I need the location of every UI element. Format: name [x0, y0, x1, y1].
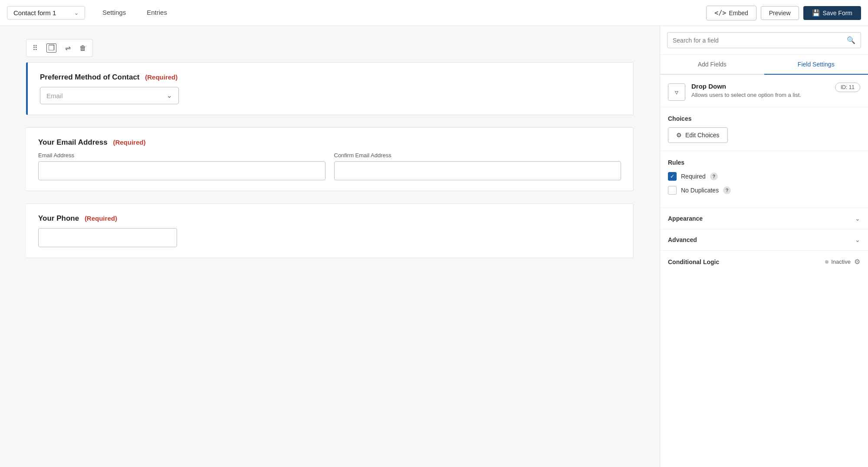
- embed-code-icon: </>: [714, 9, 726, 17]
- delete-field-button[interactable]: 🗑: [76, 42, 90, 54]
- required-rule-label: Required: [681, 173, 706, 180]
- field-info: ▿ Drop Down Allows users to select one o…: [660, 75, 868, 107]
- required-rule-item: ✓ Required ?: [668, 172, 860, 181]
- no-duplicates-rule-item: No Duplicates ?: [668, 186, 860, 195]
- edit-choices-button[interactable]: ⚙ Edit Choices: [668, 127, 728, 143]
- phone-input[interactable]: [38, 228, 177, 247]
- email-field-block: Your Email Address (Required) Email Addr…: [26, 127, 634, 191]
- drag-icon: ⠿: [33, 44, 38, 52]
- phone-field-label: Your Phone (Required): [38, 214, 621, 223]
- email-required-label: (Required): [113, 139, 145, 146]
- advanced-section[interactable]: Advanced ⌄: [660, 229, 868, 251]
- tab-add-fields[interactable]: Add Fields: [660, 55, 764, 75]
- field-id-badge: ID: 11: [835, 83, 860, 92]
- appearance-section[interactable]: Appearance ⌄: [660, 208, 868, 229]
- chevron-down-icon: ⌄: [74, 10, 79, 16]
- dropdown-chevron-icon: ⌄: [167, 92, 172, 99]
- gear-icon: ⚙: [676, 132, 682, 139]
- choices-title: Choices: [668, 115, 860, 122]
- right-panel: 🔍 Add Fields Field Settings ▿ Drop Down …: [660, 26, 868, 467]
- email-address-col: Email Address: [38, 152, 326, 180]
- dropdown-icon: ▿: [675, 88, 678, 96]
- advanced-chevron-icon: ⌄: [855, 236, 860, 243]
- topbar-right: </> Embed Preview 💾 Save Form: [706, 6, 861, 20]
- form-selector-label: Contact form 1: [13, 9, 56, 17]
- no-duplicates-checkbox[interactable]: [668, 186, 677, 195]
- field-toolbar: ⠿ ❐ ⇌ 🗑: [26, 39, 93, 57]
- search-icon: 🔍: [847, 36, 855, 44]
- duplicate-field-button[interactable]: ❐: [43, 41, 60, 55]
- save-form-button[interactable]: 💾 Save Form: [803, 6, 861, 20]
- conditional-logic-section: Conditional Logic Inactive ⚙: [660, 251, 868, 273]
- inactive-dot: [825, 260, 829, 264]
- required-checkbox[interactable]: ✓: [668, 172, 677, 181]
- dropdown-field-label: Preferred Method of Contact (Required): [40, 73, 621, 82]
- phone-required-label: (Required): [85, 215, 117, 222]
- dropdown-input[interactable]: Email ⌄: [40, 87, 179, 104]
- conditional-status-badge: Inactive: [825, 258, 851, 265]
- panel-tabs: Add Fields Field Settings: [660, 55, 868, 75]
- confirm-email-input[interactable]: [334, 161, 621, 180]
- topbar: Contact form 1 ⌄ Settings Entries </> Em…: [0, 0, 868, 26]
- dropdown-field-block: Preferred Method of Contact (Required) E…: [26, 62, 634, 115]
- conditional-logic-gear-icon[interactable]: ⚙: [854, 258, 860, 266]
- entries-nav-link[interactable]: Entries: [136, 0, 178, 26]
- confirm-email-label: Confirm Email Address: [334, 152, 621, 159]
- dropdown-required-label: (Required): [145, 73, 178, 81]
- embed-button[interactable]: </> Embed: [706, 6, 756, 20]
- email-address-label: Email Address: [38, 152, 326, 159]
- field-info-text: Drop Down Allows users to select one opt…: [691, 83, 801, 99]
- sliders-icon: ⇌: [65, 44, 71, 52]
- search-input-wrap: 🔍: [667, 32, 861, 48]
- search-input[interactable]: [673, 37, 843, 44]
- search-bar: 🔍: [660, 26, 868, 55]
- tab-field-settings[interactable]: Field Settings: [764, 55, 868, 75]
- rules-title: Rules: [668, 159, 860, 166]
- field-type-icon: ▿: [668, 83, 685, 101]
- conditional-logic-title: Conditional Logic: [668, 258, 719, 265]
- email-address-input[interactable]: [38, 161, 326, 180]
- no-duplicates-help-icon[interactable]: ?: [723, 186, 731, 194]
- field-settings-button[interactable]: ⇌: [62, 42, 74, 54]
- required-help-icon[interactable]: ?: [710, 172, 718, 180]
- appearance-chevron-icon: ⌄: [855, 215, 860, 222]
- duplicate-icon: ❐: [46, 43, 56, 53]
- rules-section: Rules ✓ Required ? No Duplicates ?: [660, 151, 868, 208]
- no-duplicates-rule-label: No Duplicates: [681, 187, 719, 194]
- email-sub-fields: Email Address Confirm Email Address: [38, 152, 621, 180]
- main-layout: ⠿ ❐ ⇌ 🗑 Preferred Method of Contact (Req…: [0, 26, 868, 467]
- choices-section: Choices ⚙ Edit Choices: [660, 107, 868, 151]
- trash-icon: 🗑: [79, 44, 86, 52]
- field-type-description: Allows users to select one option from a…: [691, 91, 801, 99]
- form-editor: ⠿ ❐ ⇌ 🗑 Preferred Method of Contact (Req…: [0, 26, 660, 467]
- topbar-nav: Settings Entries: [92, 0, 178, 26]
- appearance-title: Appearance: [668, 215, 703, 222]
- email-field-label: Your Email Address (Required): [38, 138, 621, 147]
- preview-button[interactable]: Preview: [761, 6, 799, 20]
- phone-field-block: Your Phone (Required): [26, 203, 634, 258]
- field-type-label: Drop Down: [691, 83, 801, 90]
- save-icon: 💾: [812, 9, 820, 17]
- advanced-title: Advanced: [668, 236, 697, 243]
- confirm-email-col: Confirm Email Address: [334, 152, 621, 180]
- drag-handle-button[interactable]: ⠿: [29, 42, 41, 54]
- settings-nav-link[interactable]: Settings: [92, 0, 136, 26]
- form-selector[interactable]: Contact form 1 ⌄: [7, 6, 85, 20]
